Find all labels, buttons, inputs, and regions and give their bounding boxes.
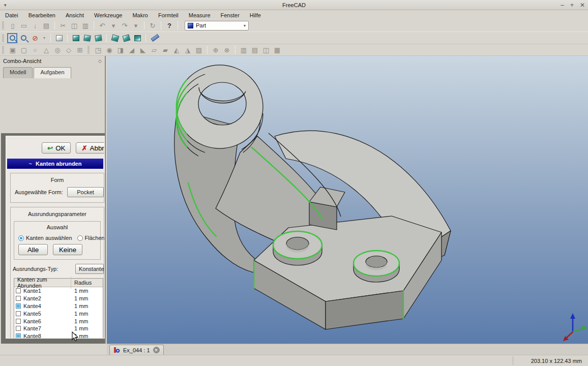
menu-item[interactable]: Makro — [127, 12, 153, 19]
minimize-button[interactable]: – — [561, 2, 564, 9]
edge-checkbox[interactable] — [16, 311, 21, 316]
toolbar-handle[interactable] — [2, 34, 4, 42]
edge-checkbox[interactable] — [16, 333, 21, 339]
fillet-task-icon: ~ — [29, 161, 32, 167]
dimensions-readout: 203.10 x 122.43 mm — [513, 356, 584, 365]
combo-view-panel: Combo-Ansicht ◇ Modell Aufgaben ↩ OK ✗ A… — [0, 56, 106, 344]
toolbar-handle[interactable] — [87, 46, 90, 54]
whats-this-icon[interactable]: ? — [164, 20, 174, 30]
undo-redo-icon[interactable]: ▾ — [131, 20, 141, 30]
edge-table-row[interactable]: Kante8 1 mm — [14, 332, 103, 339]
toolbar-handle[interactable] — [2, 46, 4, 54]
toolbar-view: ⊘ ▾ — [0, 32, 588, 44]
tab-aufgaben[interactable]: Aufgaben — [34, 67, 71, 78]
undo-redo-icon[interactable]: ↷ — [120, 20, 130, 30]
edge-checkbox[interactable] — [16, 303, 21, 309]
edge-radius-value[interactable]: 1 mm — [71, 295, 89, 301]
selected-shape-dropdown[interactable]: Pocket — [67, 187, 104, 197]
zoom-icon[interactable] — [18, 33, 29, 43]
edge-checkbox[interactable] — [16, 288, 21, 293]
document-tab[interactable]: Ex_044 : 1 ✕ — [109, 345, 164, 355]
edge-radius-value[interactable]: 1 mm — [71, 318, 89, 324]
fit-all-icon[interactable] — [7, 33, 17, 43]
edit-icon[interactable]: ◫ — [69, 20, 79, 30]
3d-viewport[interactable]: Y — [107, 56, 588, 344]
freecad-document-icon — [113, 347, 120, 353]
edge-radius-value[interactable]: 1 mm — [71, 288, 89, 294]
menu-item[interactable]: Fenster — [216, 12, 245, 19]
workbench-selector[interactable]: Part ▾ — [185, 21, 249, 30]
cancel-button[interactable]: ✗ Abbrechen — [76, 142, 105, 154]
file-icon[interactable]: ↓ — [30, 20, 40, 30]
edit-icon[interactable]: ✂ — [58, 20, 68, 30]
edge-table-row[interactable]: Kante5 1 mm — [14, 310, 103, 317]
fillet-parameters-groupbox: Ausrundungsparameter Auswahl Kanten ausw… — [10, 207, 104, 339]
front-view-icon[interactable] — [71, 33, 81, 43]
part-primitive-icon: ◇ — [64, 45, 74, 55]
menu-item[interactable]: Ansicht — [61, 12, 89, 19]
edge-checkbox[interactable] — [16, 319, 21, 324]
edge-label: Kante4 — [23, 303, 41, 309]
document-tab-label: Ex_044 : 1 — [123, 347, 150, 353]
rear-view-icon[interactable] — [110, 33, 120, 43]
fillet-type-dropdown[interactable]: Konstanter — [75, 264, 104, 274]
file-icon[interactable]: ▯ — [8, 20, 18, 30]
edge-table-row[interactable]: Kante2 1 mm — [14, 295, 103, 302]
menu-item[interactable]: Bearbeiten — [23, 12, 61, 19]
float-panel-icon[interactable]: ◇ — [98, 58, 102, 64]
menu-item[interactable]: Measure — [184, 12, 216, 19]
select-edges-label: Kanten auswählen — [26, 235, 72, 241]
part-modify-icon: ◮ — [183, 45, 193, 55]
maximize-button[interactable]: + — [570, 2, 574, 9]
draw-style-icon[interactable]: ⊘ — [30, 33, 40, 43]
edge-radius-value[interactable]: 1 mm — [71, 311, 89, 317]
edge-radius-value[interactable]: 1 mm — [71, 303, 89, 309]
edge-table-row[interactable]: Kante6 1 mm — [14, 317, 103, 325]
cancel-x-icon: ✗ — [81, 144, 87, 152]
workbench-value: Part — [196, 22, 206, 28]
radius-column-header[interactable]: Radius — [71, 280, 92, 286]
select-edges-radio[interactable] — [18, 235, 24, 241]
edge-table-row[interactable]: Kante1 1 mm — [14, 287, 103, 295]
bottom-view-icon[interactable] — [121, 33, 131, 43]
part-primitive-icon: △ — [41, 45, 51, 55]
select-faces-radio[interactable] — [77, 235, 83, 241]
menu-item[interactable]: Datei — [0, 12, 23, 19]
part-workbench-icon — [188, 23, 193, 28]
refresh-icon[interactable]: ↻ — [148, 20, 158, 30]
select-none-button[interactable]: Keine — [53, 244, 82, 255]
undo-redo-icon[interactable]: ▾ — [108, 20, 119, 30]
menu-item[interactable]: Hilfe — [245, 12, 266, 19]
edge-label: Kante2 — [23, 295, 41, 301]
file-icon[interactable]: ▭ — [19, 20, 29, 30]
edge-label: Kante1 — [23, 288, 41, 294]
menu-item[interactable]: Formteil — [153, 12, 184, 19]
edges-column-header[interactable]: Kanten zum Abrunden — [14, 277, 71, 289]
edge-checkbox[interactable] — [16, 326, 21, 331]
task-panel-frame: ↩ OK ✗ Abbrechen ~ Kanten abrunden Form … — [1, 133, 105, 344]
undo-redo-icon[interactable]: ↶ — [97, 20, 107, 30]
axonometric-view-icon[interactable] — [54, 33, 64, 43]
edge-table-row[interactable]: Kante4 1 mm — [14, 302, 103, 310]
part-primitive-icon: ◎ — [52, 45, 63, 55]
top-view-icon[interactable] — [82, 33, 92, 43]
edge-table-row[interactable]: Kante7 1 mm — [14, 325, 103, 332]
file-icon[interactable]: ▤ — [41, 20, 51, 30]
ok-button[interactable]: ↩ OK — [42, 142, 71, 154]
edit-icon[interactable]: ▥ — [80, 20, 91, 30]
right-view-icon[interactable] — [93, 33, 103, 43]
draw-style-dropdown-icon[interactable]: ▾ — [41, 33, 47, 43]
part-section-icon: ▥ — [239, 45, 249, 55]
menu-item[interactable]: Werkzeuge — [89, 12, 127, 19]
window-title: FreeCAD — [0, 2, 588, 8]
select-all-button[interactable]: Alle — [18, 244, 48, 255]
tab-close-icon[interactable]: ✕ — [153, 347, 160, 353]
tab-modell[interactable]: Modell — [3, 67, 33, 78]
document-tab-bar: Ex_044 : 1 ✕ — [107, 344, 588, 355]
edge-radius-value[interactable]: 1 mm — [71, 325, 89, 331]
toolbar-handle[interactable] — [2, 21, 4, 29]
left-view-icon[interactable] — [132, 33, 142, 43]
edge-checkbox[interactable] — [16, 296, 21, 301]
measure-icon[interactable] — [149, 33, 161, 43]
close-button[interactable]: ✕ — [580, 2, 585, 9]
